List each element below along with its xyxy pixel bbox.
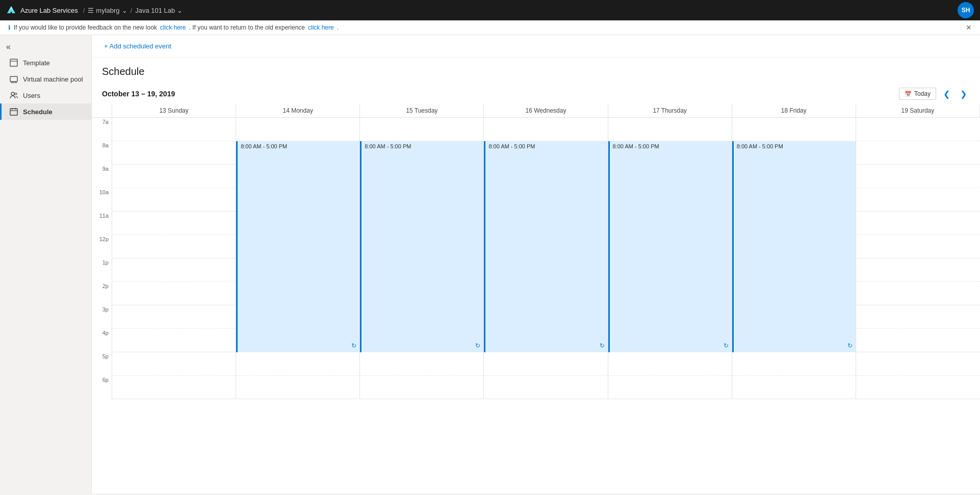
schedule-icon [10,108,18,116]
slot [608,352,732,376]
add-event-button[interactable]: + Add scheduled event [100,40,175,52]
info-icon: ℹ [8,24,11,31]
time-labels-col: 7a 8a 9a 10a 11a 12p 1p 2p 3p 4p 5p 6p [92,118,112,399]
day-header-sat: 19 Saturday [856,104,980,117]
sidebar-item-users[interactable]: Users [0,87,91,103]
slot [856,329,980,352]
event-fri[interactable]: 8:00 AM - 5:00 PM ↻ [732,141,856,352]
calendar-col-sun[interactable] [112,118,236,399]
event-wed[interactable]: 8:00 AM - 5:00 PM ↻ [484,141,607,352]
slot [856,165,980,188]
calendar-col-fri[interactable]: 8:00 AM - 5:00 PM ↻ [732,118,856,399]
day-header-sun: 13 Sunday [112,104,236,117]
time-grid: 7a 8a 9a 10a 11a 12p 1p 2p 3p 4p 5p 6p [92,118,980,399]
prev-week-button[interactable]: ❮ [940,88,953,100]
main-content: + Add scheduled event Schedule October 1… [92,35,980,493]
slot [112,258,236,282]
slot [360,352,483,376]
slot [732,118,856,141]
slot [236,376,359,399]
recurrence-icon-fri: ↻ [847,342,853,349]
day-headers: 13 Sunday 14 Monday 15 Tuesday 16 Wednes… [92,104,980,118]
svg-rect-0 [10,59,17,66]
slot [856,212,980,235]
slot [112,235,236,258]
calendar-col-wed[interactable]: 8:00 AM - 5:00 PM ↻ [484,118,608,399]
slot [360,376,483,399]
time-12p: 12p [92,235,112,258]
sidebar-item-vm-pool[interactable]: Virtual machine pool [0,71,91,87]
event-tue-label: 8:00 AM - 5:00 PM [365,143,411,149]
week-navigation: October 13 – 19, 2019 📅 Today ❮ ❯ [92,88,980,104]
time-11a: 11a [92,212,112,235]
feedback-bar: ℹ If you would like to provide feedback … [0,20,980,35]
day-header-wed: 16 Wednesday [484,104,608,117]
calendar-container[interactable]: 13 Sunday 14 Monday 15 Tuesday 16 Wednes… [92,104,980,493]
feedback-close-button[interactable]: ✕ [966,23,972,32]
time-4p: 4p [92,329,112,352]
sidebar-label-template: Template [23,59,50,67]
slot [112,141,236,165]
time-2p: 2p [92,282,112,305]
slot [608,376,732,399]
time-9a: 9a [92,165,112,188]
feedback-link-2[interactable]: click here [308,24,334,31]
slot [856,282,980,305]
day-header-mon: 14 Monday [236,104,360,117]
day-header-thu: 17 Thursday [608,104,732,117]
recurrence-icon-mon: ↻ [351,342,356,349]
time-7a: 7a [92,118,112,141]
slot [484,118,607,141]
slot [856,141,980,165]
calendar-col-thu[interactable]: 8:00 AM - 5:00 PM ↻ [608,118,732,399]
week-label: October 13 – 19, 2019 [102,90,899,98]
breadcrumb-org[interactable]: ☰ mylabrg ⌄ [88,7,127,14]
slot [856,258,980,282]
slot [112,305,236,329]
svg-point-6 [11,92,14,95]
slot [360,118,483,141]
calendar-col-mon[interactable]: 8:00 AM - 5:00 PM ↻ [236,118,360,399]
sidebar-collapse-button[interactable]: « [0,39,91,55]
today-button[interactable]: 📅 Today [899,88,936,100]
svg-point-7 [15,93,17,95]
slot [608,118,732,141]
schedule-header: Schedule [92,58,980,88]
sidebar-item-template[interactable]: Template [0,55,91,71]
next-week-button[interactable]: ❯ [957,88,970,100]
slot [856,305,980,329]
collapse-icon: « [6,42,11,51]
time-5p: 5p [92,352,112,376]
breadcrumb-lab[interactable]: Java 101 Lab ⌄ [135,7,183,14]
time-3p: 3p [92,305,112,329]
event-mon-label: 8:00 AM - 5:00 PM [241,143,287,149]
slot [112,118,236,141]
slot [856,352,980,376]
sidebar-item-schedule[interactable]: Schedule [0,103,91,120]
week-nav-controls: 📅 Today ❮ ❯ [899,88,970,100]
time-col-spacer [92,104,112,117]
top-navigation: Azure Lab Services / ☰ mylabrg ⌄ / Java … [0,0,980,20]
event-mon[interactable]: 8:00 AM - 5:00 PM ↻ [236,141,359,352]
event-fri-label: 8:00 AM - 5:00 PM [737,143,783,149]
vm-icon [10,75,18,83]
feedback-text-middle: . If you want to return to the old exper… [189,24,305,31]
calendar-col-tue[interactable]: 8:00 AM - 5:00 PM ↻ [360,118,484,399]
day-header-tue: 15 Tuesday [360,104,484,117]
user-avatar[interactable]: SH [958,2,974,18]
calendar-col-sat[interactable] [856,118,980,399]
event-thu[interactable]: 8:00 AM - 5:00 PM ↻ [608,141,732,352]
feedback-text-before: If you would like to provide feedback on… [14,24,157,31]
brand: Azure Lab Services [6,5,78,15]
sidebar-label-vm-pool: Virtual machine pool [23,75,83,83]
slot [112,212,236,235]
slot [732,376,856,399]
slot [484,352,607,376]
schedule-title: Schedule [102,66,970,77]
event-tue[interactable]: 8:00 AM - 5:00 PM ↻ [360,141,483,352]
svg-rect-8 [10,109,17,115]
event-wed-label: 8:00 AM - 5:00 PM [488,143,535,149]
toolbar: + Add scheduled event [92,35,980,58]
slot [112,376,236,399]
feedback-link-1[interactable]: click here [160,24,186,31]
